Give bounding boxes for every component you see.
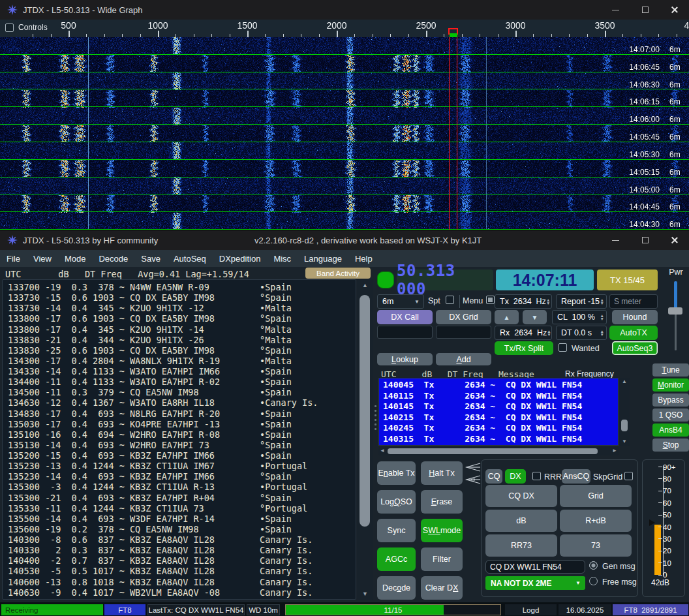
dx-call-button[interactable]: DX Call xyxy=(377,310,433,324)
spinner-arrows-icon[interactable]: ▲▼ xyxy=(546,298,552,305)
erase-button[interactable]: Erase xyxy=(421,490,463,514)
agc-button[interactable]: AGCc xyxy=(377,547,416,571)
freq-up-button[interactable]: ▲ xyxy=(495,310,519,324)
decode-row[interactable]: 133830 -21 0.4 344 ~ K2UO 9H1TX -26 °Mal… xyxy=(3,335,356,345)
tx-log-row[interactable]: 140115 Tx 2634 ~ CQ DX WW1L FN54 xyxy=(379,391,618,402)
scroll-down-icon[interactable]: ▼ xyxy=(619,438,630,446)
decode-row[interactable]: 140530 -5 0.5 1017 ~ KB3Z EA8AQV IL28 Ca… xyxy=(3,566,356,576)
decode-row[interactable]: 140600 -13 0.8 1018 ~ KB3Z EA8AQV IL28 C… xyxy=(3,577,356,587)
sync-button[interactable]: Sync xyxy=(377,519,416,542)
tx-log-row[interactable]: 140245 Tx 2634 ~ CQ DX WW1L FN54 xyxy=(379,423,618,434)
close-button[interactable] xyxy=(660,0,689,20)
freq-down-button[interactable]: ▼ xyxy=(523,310,547,324)
cl-spinner[interactable]: CL 100 %▲▼ xyxy=(552,310,607,324)
rrr-checkbox[interactable] xyxy=(532,472,541,480)
decode-row[interactable]: 134630 -12 0.4 1367 ~ W3ATO EA8RH IL18 •… xyxy=(3,397,356,408)
decode-row[interactable]: 133730 -14 0.4 345 ~ K2UO 9H1TX -12 •Mal… xyxy=(3,303,356,313)
dx-toggle-button[interactable]: DX xyxy=(505,469,526,484)
decode-row[interactable]: 134330 -14 0.4 1133 ~ W3ATO EA7HPI IM66 … xyxy=(3,366,356,377)
decode-row[interactable]: 140630 -9 0.4 1017 ~ WB2VLM EA8AQV -08 C… xyxy=(3,587,356,598)
report-spinner[interactable]: Report -15▲▼ xyxy=(556,294,607,309)
action-button[interactable]: Bypass xyxy=(652,393,689,407)
scrollbar-thumb[interactable] xyxy=(621,420,628,431)
decode-row[interactable]: 135100 -16 0.4 694 ~ W2HRO EA7HPI R-08 •… xyxy=(3,429,356,440)
menu-item[interactable]: Save xyxy=(134,254,167,264)
decode-row[interactable]: 133700 -19 0.3 378 ~ N4WW EA5NW R-09 •Sp… xyxy=(3,282,356,292)
frequency-display[interactable]: 50.313 000 xyxy=(397,270,493,290)
autotx-button[interactable]: AutoTX xyxy=(609,326,658,340)
scroll-down-icon[interactable]: ▼ xyxy=(357,589,373,598)
halt-tx-button[interactable]: Halt Tx xyxy=(421,461,463,485)
tx-log-row[interactable]: 140045 Tx 2634 ~ CQ DX WW1L FN54 xyxy=(379,380,618,391)
decode-row[interactable]: 140400 -2 0.7 837 ~ KB3Z EA8AQV IL28 Can… xyxy=(3,555,356,566)
pwr-slider-track-upper[interactable] xyxy=(674,281,677,310)
action-button[interactable]: 1 QSO xyxy=(652,408,689,422)
action-button[interactable]: Monitor xyxy=(652,378,689,392)
tx-period-button[interactable]: TX 15/45 xyxy=(597,270,658,290)
msg-73-button[interactable]: 73 xyxy=(560,534,632,557)
decode-row[interactable]: 134300 -17 0.4 2804 ~ WA8NLX 9H1TX R-19 … xyxy=(3,356,356,366)
tx-second-antenna-icon[interactable] xyxy=(465,474,482,485)
spinner-arrows-icon[interactable]: ▲▼ xyxy=(600,330,606,336)
minimize-button[interactable] xyxy=(601,0,630,20)
band-activity-table[interactable]: 133700 -19 0.3 378 ~ N4WW EA5NW R-09 •Sp… xyxy=(2,279,356,600)
decode-row[interactable]: 135130 -14 0.4 693 ~ W2HRO EA7HPI 73 °Sp… xyxy=(3,440,356,450)
decode-row[interactable]: 140330 2 0.3 837 ~ KB3Z EA8AQV IL28 Cana… xyxy=(3,545,356,555)
scrollbar-thumb[interactable] xyxy=(360,295,370,527)
menu-item[interactable]: File xyxy=(0,254,27,264)
decode-scrollbar[interactable]: ▲ ▼ xyxy=(357,279,373,600)
free-msg-radio[interactable] xyxy=(589,577,598,585)
menu-checkbox[interactable] xyxy=(486,296,495,304)
swl-mode-button[interactable]: SWL mode xyxy=(421,519,463,542)
tab-band-activity[interactable]: Band Activity xyxy=(305,268,371,279)
close-button[interactable] xyxy=(660,230,689,250)
msg-db-button[interactable]: dB xyxy=(485,510,557,532)
pane-splitter[interactable] xyxy=(374,405,376,434)
tx-log-row[interactable]: 140145 Tx 2634 ~ CQ DX WW1L FN54 xyxy=(379,401,618,412)
dx-call-input[interactable] xyxy=(377,326,433,339)
msg-grid-button[interactable]: Grid xyxy=(560,485,632,507)
menu-item[interactable]: AutoSeq xyxy=(167,254,213,264)
menu-item[interactable]: DXpedition xyxy=(213,254,268,264)
decode-row[interactable]: 134400 -11 0.4 1133 ~ W3ATO EA7HPI R-02 … xyxy=(3,377,356,387)
msg-rr73-button[interactable]: RR73 xyxy=(485,534,557,557)
rx-offset-spinner[interactable]: Rx 2634 Hz▲▼ xyxy=(495,326,552,340)
decode-row[interactable]: 135300 -21 0.4 693 ~ KB3Z EA7HPI R+04 °S… xyxy=(3,493,356,503)
decode-row[interactable]: 135600 -19 0.2 378 ~ CQ EA5NW IM98 •Spai… xyxy=(3,524,356,534)
decode-row[interactable]: 133730 -15 0.6 1903 ~ CQ DX EA5BY IM98 °… xyxy=(3,292,356,303)
menu-item[interactable]: Language xyxy=(298,254,348,264)
scroll-up-icon[interactable]: ▲ xyxy=(357,281,373,290)
action-button[interactable]: AnsB4 xyxy=(652,424,689,437)
decode-row[interactable]: 135230 -14 0.4 693 ~ KB3Z EA7HPI IM66 °S… xyxy=(3,471,356,482)
msg-cqdx-button[interactable]: CQ DX xyxy=(485,485,557,507)
maximize-button[interactable] xyxy=(630,0,660,20)
minimize-button[interactable] xyxy=(601,230,630,250)
menu-item[interactable]: Help xyxy=(348,254,379,264)
add-button[interactable]: Add xyxy=(436,353,491,365)
waterfall-display[interactable] xyxy=(0,20,689,230)
scroll-up-icon[interactable]: ▲ xyxy=(619,378,630,386)
cq-toggle-button[interactable]: CQ xyxy=(485,469,502,484)
action-button[interactable]: Tune xyxy=(652,363,689,377)
rx-table-vscrollbar[interactable]: ▲ ▼ xyxy=(619,378,630,446)
gen-msg-radio[interactable] xyxy=(589,561,598,570)
decode-row[interactable]: 140300 -8 0.6 837 ~ KB3Z EA8AQV IL28 Can… xyxy=(3,534,356,545)
lookup-button[interactable]: Lookup xyxy=(377,353,433,365)
scrollbar-thumb[interactable] xyxy=(388,448,598,454)
decode-button[interactable]: Decode xyxy=(377,576,416,600)
dx-grid-button[interactable]: DX Grid xyxy=(436,310,491,324)
spinner-arrows-icon[interactable]: ▲▼ xyxy=(547,330,553,336)
dx-grid-input[interactable] xyxy=(436,326,491,339)
menu-item[interactable]: Misc xyxy=(267,254,298,264)
decode-row[interactable]: 135300 -3 0.4 1244 ~ KB3Z CT1IUA R-13 •P… xyxy=(3,482,356,492)
decode-row[interactable]: 133830 -25 0.6 1903 ~ CQ DX EA5BY IM98 °… xyxy=(3,345,356,356)
pwr-slider-track-lower[interactable] xyxy=(675,310,677,350)
dt-spinner[interactable]: DT 0.0 s▲▼ xyxy=(556,326,607,340)
anscq-button[interactable]: AnsCQ xyxy=(562,469,590,484)
decode-row[interactable]: 134500 -11 0.3 379 ~ CQ EA5NW IM98 •Spai… xyxy=(3,387,356,397)
decode-row[interactable]: 135030 -17 0.4 693 ~ KO4PRE EA7HPI -13 •… xyxy=(3,419,356,429)
menu-item[interactable]: View xyxy=(27,254,58,264)
log-qso-button[interactable]: Log QSO xyxy=(377,490,416,514)
spinner-arrows-icon[interactable]: ▲▼ xyxy=(600,314,606,320)
skpgrid-checkbox[interactable] xyxy=(624,472,633,480)
